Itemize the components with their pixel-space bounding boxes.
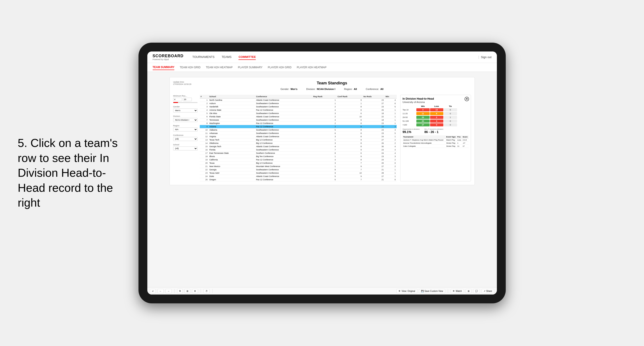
paste-more-button[interactable]: ▼ xyxy=(192,289,198,293)
table-row[interactable]: 7 Tennessee Southeastern Conference 4 6 … xyxy=(200,118,397,122)
view-original-button[interactable]: 👁 View: Original xyxy=(396,289,417,293)
table-row[interactable]: 17 East Tennessee State Southern Confere… xyxy=(200,152,397,155)
cell-win: 2 xyxy=(384,158,396,162)
region-group: Region N/A xyxy=(173,125,198,132)
watch-button[interactable]: 👁 Watch xyxy=(451,289,464,293)
table-row[interactable]: 18 Illinois Big Ten Conference 1 9 23 3 xyxy=(200,155,397,158)
sub-nav-player-h2h-heatmap[interactable]: PLAYER H2H HEATMAP xyxy=(297,65,326,70)
tournament-table: Tournament Event Type Pos Score Jackson … xyxy=(403,136,468,148)
table-row[interactable]: 11 Arkansas Southeastern Conference 6 8 … xyxy=(200,132,397,135)
table-row[interactable]: 16 Florida Southeastern Conference 7 9 2… xyxy=(200,148,397,152)
logo-sub: Powered by clippd xyxy=(153,58,184,61)
table-row[interactable]: 20 Texas Big 12 Conference 3 7 20 0 xyxy=(200,162,397,165)
table-row[interactable]: 2 Auburn Southeastern Conference 1 1 27 … xyxy=(200,102,397,105)
cell-school: East Tennessee State xyxy=(208,152,255,155)
paste-button[interactable]: ⊞ xyxy=(184,289,190,293)
min-rounds-slider[interactable] xyxy=(173,102,198,103)
sub-nav-team-summary[interactable]: TEAM SUMMARY xyxy=(153,65,174,70)
cell-school: Washington xyxy=(208,122,255,125)
table-row[interactable]: 5 Ole Miss Southeastern Conference 3 6 1… xyxy=(200,112,397,115)
table-row[interactable]: 21 New Mexico Mountain West Conference 1… xyxy=(200,165,397,168)
clock-button[interactable]: ⏱ xyxy=(204,289,210,293)
cell-rank: 3 xyxy=(200,105,208,109)
table-row[interactable]: 23 Texas A&M Southeastern Conference 9 1… xyxy=(200,172,397,175)
cell-reg-rank: 1 xyxy=(312,138,337,142)
sign-out-button[interactable]: Sign out xyxy=(481,55,492,59)
region-select[interactable]: N/A xyxy=(173,128,198,132)
cell-conf-rank: 6 xyxy=(337,109,362,112)
tourn-col-score: Score xyxy=(462,136,468,139)
cell-reg-rank: 1 xyxy=(312,165,337,168)
cell-win: 6 xyxy=(384,102,396,105)
nav-teams[interactable]: TEAMS xyxy=(222,54,232,60)
conference-select[interactable]: (All) xyxy=(173,137,198,141)
col-conference: Conference xyxy=(255,95,312,99)
min-rounds-max[interactable] xyxy=(183,98,192,101)
division-select[interactable]: NCAA Division I xyxy=(173,118,198,122)
nav-tournaments[interactable]: TOURNAMENTS xyxy=(192,54,214,60)
h2h-tie-value: 0 xyxy=(444,123,457,126)
cell-no-rnds: 30 xyxy=(362,145,385,148)
undo-button[interactable]: ↩ xyxy=(150,289,156,293)
nav-committee[interactable]: COMMITTEE xyxy=(238,54,256,60)
grid-button[interactable]: ⊞ xyxy=(466,289,472,293)
main-content: Update time: 27/03/2024 16:56:26 Team St… xyxy=(147,72,497,287)
inner-container: Update time: 27/03/2024 16:56:26 Team St… xyxy=(170,77,475,185)
redo-back-button[interactable]: ← xyxy=(158,289,164,293)
h2h-row: 51-100 20 3 0 xyxy=(403,120,468,123)
h2h-range-label: 51-100 xyxy=(403,120,416,122)
table-row[interactable]: 10 Alabama Southeastern Conference 5 8 2… xyxy=(200,128,397,132)
comment-button[interactable]: 💬 xyxy=(473,289,480,293)
table-row[interactable]: 8 Washington Pac-12 Conference 2 8 23 1 xyxy=(200,122,397,125)
table-row[interactable]: 25 Oregon Pac-12 Conference 5 7 21 0 xyxy=(200,178,397,181)
cell-school: Florida State xyxy=(208,115,255,118)
table-row[interactable]: 6 Florida State Atlantic Coast Conferenc… xyxy=(200,115,397,118)
tourn-type: Match Play xyxy=(446,139,456,142)
table-row[interactable]: 24 Duke Atlantic Coast Conference 5 9 27… xyxy=(200,175,397,178)
cell-win: 1 xyxy=(384,109,396,112)
cell-school: Arkansas xyxy=(208,132,255,135)
gender-select[interactable]: Men's xyxy=(173,109,198,112)
table-row[interactable]: 4 Arizona State Pac-12 Conference 4 6 26… xyxy=(200,109,397,112)
share-button[interactable]: ↗ Share xyxy=(482,289,494,293)
table-row[interactable]: 15 Georgia Tech Atlantic Coast Conferenc… xyxy=(200,145,397,148)
table-row[interactable]: 3 Vanderbilt Southeastern Conference 2 8… xyxy=(200,105,397,109)
tournament-row: Jackson T. Stephens Cup Men's Match Play… xyxy=(403,139,468,142)
cell-conference: Big 12 Conference xyxy=(255,162,312,165)
h2h-headers: Win Loss Tie xyxy=(403,105,468,107)
table-row[interactable]: 9 Arizona Pac-12 Conference 3 8 23 3 xyxy=(200,125,397,128)
cell-rank: 14 xyxy=(200,142,208,145)
cell-win: 4 xyxy=(384,152,396,155)
sub-nav-team-h2h-heatmap[interactable]: TEAM H2H HEATMAP xyxy=(206,65,232,70)
min-rounds-min[interactable] xyxy=(173,98,182,101)
h2h-win-value: 3 xyxy=(416,108,430,111)
table-row[interactable]: 12 Virginia Atlantic Coast Conference 3 … xyxy=(200,135,397,138)
copy-button[interactable]: ⧉ xyxy=(177,289,183,293)
cell-win: 3 xyxy=(384,125,396,128)
table-row[interactable]: 22 Georgia Southeastern Conference 8 7 2… xyxy=(200,168,397,172)
cell-school: Arizona State xyxy=(208,109,255,112)
cell-rank: 2 xyxy=(200,102,208,105)
table-row[interactable]: 1 North Carolina Atlantic Coast Conferen… xyxy=(200,99,397,102)
close-button[interactable]: ✕ xyxy=(464,97,469,101)
cell-school: Alabama xyxy=(208,128,255,132)
h2h-wlt: W-L-T record in-division: 86 - 26 - 1 xyxy=(424,128,444,134)
cell-win: 4 xyxy=(384,145,396,148)
table-row[interactable]: 19 California Pac-12 Conference 4 8 24 2 xyxy=(200,158,397,162)
cell-reg-rank: 5 xyxy=(312,178,337,181)
table-row[interactable]: 13 Texas Tech Big 12 Conference 1 9 27 2 xyxy=(200,138,397,142)
table-row[interactable]: 14 Oklahoma Big 12 Conference 3 8 26 2 xyxy=(200,142,397,145)
cell-conference: Pac-12 Conference xyxy=(255,109,312,112)
school-select[interactable]: (All) xyxy=(173,147,198,151)
save-custom-button[interactable]: 💾 Save Custom View xyxy=(419,289,445,293)
cell-rank: 18 xyxy=(200,155,208,158)
tourn-pos: 1 xyxy=(456,142,462,145)
cell-win: 3 xyxy=(384,128,396,132)
sub-nav-player-h2h-grid[interactable]: PLAYER H2H GRID xyxy=(268,65,291,70)
sub-nav-player-summary[interactable]: PLAYER SUMMARY xyxy=(238,65,262,70)
redo-forward-button[interactable]: → xyxy=(166,289,172,293)
cell-conference: Southeastern Conference xyxy=(255,118,312,122)
cell-school: Oregon xyxy=(208,178,255,181)
sub-nav-team-h2h-grid[interactable]: TEAM H2H GRID xyxy=(180,65,200,70)
cell-conf-rank: 9 xyxy=(337,175,362,178)
